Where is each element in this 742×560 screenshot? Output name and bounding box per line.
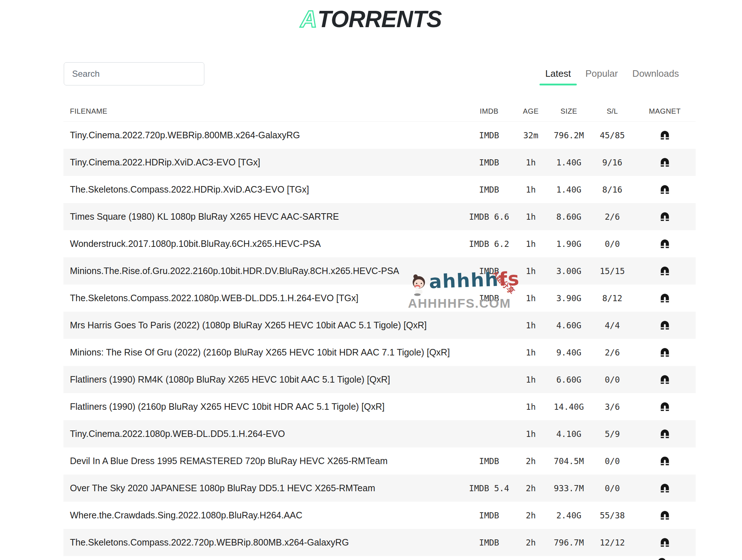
magnet-cell <box>634 320 696 331</box>
torrent-filename-link[interactable]: Minions.The.Rise.of.Gru.2022.2160p.10bit… <box>63 266 464 276</box>
seeders-leechers: 0/0 <box>591 375 634 384</box>
torrent-filename-link[interactable]: Minions: The Rise Of Gru (2022) (2160p B… <box>63 347 464 358</box>
seeders-leechers: 55/38 <box>591 511 634 520</box>
seeders-leechers: 5/9 <box>591 429 634 439</box>
torrent-size: 933.7M <box>547 484 591 493</box>
torrent-filename-link[interactable]: Over The Sky 2020 JAPANESE 1080p BluRay … <box>63 483 464 493</box>
table-row: Where.the.Crawdads.Sing.2022.1080p.BluRa… <box>63 502 696 529</box>
torrent-filename-link[interactable]: Tiny.Cinema.2022.720p.WEBRip.800MB.x264-… <box>63 130 464 140</box>
tab-downloads[interactable]: Downloads <box>626 62 685 85</box>
imdb-link[interactable]: IMDB <box>464 158 514 167</box>
torrent-filename-link[interactable]: Flatliners (1990) (2160p BluRay X265 HEV… <box>63 401 464 412</box>
magnet-icon[interactable] <box>659 320 670 331</box>
imdb-link[interactable]: IMDB <box>464 266 514 276</box>
magnet-cell <box>634 184 696 195</box>
seeders-leechers: 45/85 <box>591 131 634 140</box>
tab-popular[interactable]: Popular <box>579 62 625 85</box>
magnet-cell <box>634 211 696 223</box>
logo-text: TORRENTS <box>317 6 442 32</box>
torrent-filename-link[interactable]: The.Skeletons.Compass.2022.1080p.WEB-DL.… <box>63 293 464 303</box>
magnet-icon[interactable] <box>659 428 670 440</box>
magnet-icon[interactable] <box>659 483 670 494</box>
torrent-filename-link[interactable]: Tiny.Cinema.2022.HDRip.XviD.AC3-EVO [TGx… <box>63 157 464 168</box>
magnet-icon[interactable] <box>659 211 670 223</box>
torrent-filename-link[interactable]: Wonderstruck.2017.1080p.10bit.BluRay.6CH… <box>63 239 464 249</box>
magnet-cell <box>634 130 696 141</box>
magnet-icon[interactable] <box>659 238 670 250</box>
torrent-size: 4.60G <box>547 321 591 330</box>
torrent-size: 8.60G <box>547 212 591 222</box>
seeders-leechers: 8/12 <box>591 294 634 303</box>
torrent-age: 1h <box>514 294 547 303</box>
magnet-cell <box>634 510 696 521</box>
torrent-filename-link[interactable]: Mrs Harris Goes To Paris (2022) (1080p B… <box>63 320 464 330</box>
tab-latest[interactable]: Latest <box>539 62 578 85</box>
tab-bar: Latest Popular Downloads <box>539 62 685 85</box>
torrent-filename-link[interactable]: Where.the.Crawdads.Sing.2022.1080p.BluRa… <box>63 510 464 521</box>
table-row: Flatliners (1990) RM4K (1080p BluRay X26… <box>63 366 696 393</box>
table-row: Devil In A Blue Dress 1995 REMASTERED 72… <box>63 447 696 475</box>
magnet-icon[interactable] <box>659 374 670 386</box>
seeders-leechers: 9/16 <box>591 158 634 167</box>
magnet-icon[interactable] <box>659 157 670 168</box>
header-filename: FILENAME <box>63 107 464 115</box>
magnet-cell <box>634 483 696 494</box>
torrent-filename-link[interactable]: The.Skeletons.Compass.2022.720p.WEBRip.8… <box>63 537 464 548</box>
table-row: Tiny.Cinema.2022.1080p.WEB-DL.DD5.1.H.26… <box>63 420 696 447</box>
magnet-icon[interactable] <box>659 130 670 141</box>
torrent-age: 2h <box>514 484 547 493</box>
imdb-link[interactable]: IMDB 6.2 <box>464 239 514 249</box>
table-row: Flatliners (1990) (2160p BluRay X265 HEV… <box>63 393 696 420</box>
table-row: Over The Sky 2020 JAPANESE 1080p BluRay … <box>63 475 696 502</box>
torrent-age: 2h <box>514 456 547 466</box>
imdb-link[interactable]: IMDB 5.4 <box>464 484 514 493</box>
magnet-cell <box>634 347 696 358</box>
torrent-size: 1.40G <box>547 185 591 194</box>
torrent-size: 1.40G <box>547 158 591 167</box>
torrent-size: 6.60G <box>547 375 591 384</box>
imdb-link[interactable]: IMDB <box>464 511 514 520</box>
header-sl: S/L <box>591 107 634 115</box>
magnet-icon[interactable] <box>659 265 670 277</box>
search-input[interactable] <box>64 62 204 85</box>
magnet-cell <box>634 401 696 413</box>
magnet-icon[interactable] <box>659 537 670 548</box>
site-logo[interactable]: ATORRENTS <box>0 6 742 33</box>
table-body: Tiny.Cinema.2022.720p.WEBRip.800MB.x264-… <box>63 122 696 556</box>
magnet-icon[interactable] <box>659 292 670 304</box>
seeders-leechers: 12/12 <box>591 538 634 547</box>
magnet-icon[interactable] <box>659 401 670 413</box>
magnet-icon[interactable] <box>659 510 670 521</box>
torrent-filename-link[interactable]: Flatliners (1990) RM4K (1080p BluRay X26… <box>63 374 464 385</box>
magnet-icon[interactable] <box>659 184 670 195</box>
logo-accent-letter: A <box>300 6 317 32</box>
magnet-icon[interactable] <box>659 455 670 467</box>
imdb-link[interactable]: IMDB <box>464 294 514 303</box>
imdb-link[interactable]: IMDB <box>464 185 514 194</box>
imdb-link[interactable]: IMDB <box>464 456 514 466</box>
imdb-link[interactable]: IMDB <box>464 131 514 140</box>
torrent-filename-link[interactable]: Times Square (1980) KL 1080p BluRay X265… <box>63 211 464 222</box>
seeders-leechers: 0/0 <box>591 239 634 249</box>
torrent-age: 1h <box>514 429 547 439</box>
seeders-leechers: 15/15 <box>591 266 634 276</box>
torrent-table: FILENAME IMDB AGE SIZE S/L MAGNET Tiny.C… <box>63 101 696 556</box>
magnet-cell <box>634 157 696 168</box>
torrent-size: 3.00G <box>547 266 591 276</box>
torrent-filename-link[interactable]: Tiny.Cinema.2022.1080p.WEB-DL.DD5.1.H.26… <box>63 429 464 439</box>
torrent-age: 1h <box>514 348 547 357</box>
seeders-leechers: 4/4 <box>591 321 634 330</box>
torrent-size: 796.7M <box>547 538 591 547</box>
imdb-link[interactable]: IMDB 6.6 <box>464 212 514 222</box>
magnet-icon[interactable] <box>659 347 670 358</box>
torrent-size: 9.40G <box>547 348 591 357</box>
magnet-cell <box>634 455 696 467</box>
magnet-cell <box>634 292 696 304</box>
torrent-age: 1h <box>514 158 547 167</box>
torrent-filename-link[interactable]: Devil In A Blue Dress 1995 REMASTERED 72… <box>63 456 464 466</box>
partial-next-row-magnet-icon[interactable] <box>656 557 667 560</box>
table-row: Tiny.Cinema.2022.720p.WEBRip.800MB.x264-… <box>63 122 696 149</box>
seeders-leechers: 2/6 <box>591 212 634 222</box>
imdb-link[interactable]: IMDB <box>464 538 514 547</box>
torrent-filename-link[interactable]: The.Skeletons.Compass.2022.HDRip.XviD.AC… <box>63 184 464 195</box>
